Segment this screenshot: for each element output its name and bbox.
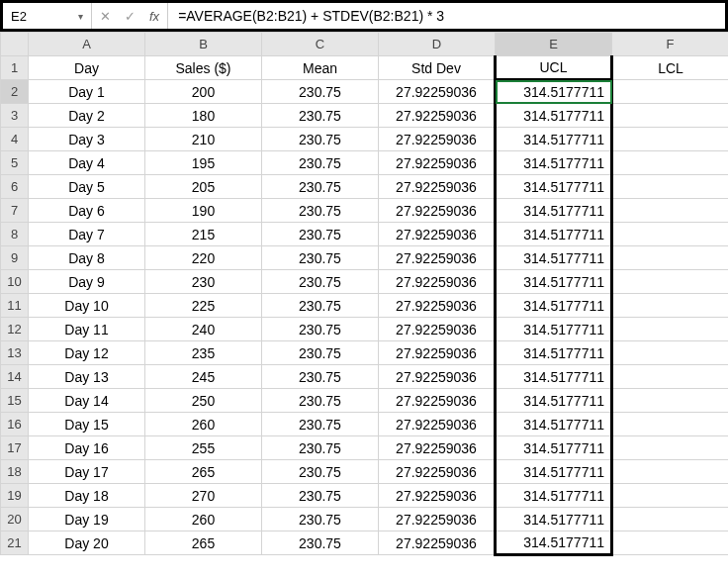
cell[interactable]: 245	[145, 365, 262, 389]
row-header[interactable]: 1	[1, 56, 29, 80]
cell[interactable]	[612, 80, 729, 104]
spreadsheet-grid[interactable]: A B C D E F 1DaySales ($)MeanStd DevUCLL…	[0, 32, 728, 556]
cell[interactable]: 314.5177711	[496, 389, 612, 413]
cell[interactable]	[612, 531, 729, 555]
cell[interactable]: Day 4	[29, 151, 145, 175]
cell[interactable]: UCL	[496, 56, 612, 80]
row-header[interactable]: 4	[1, 128, 29, 151]
cell[interactable]: 230.75	[262, 318, 379, 341]
cell[interactable]: Std Dev	[379, 56, 496, 80]
cell[interactable]: 230.75	[262, 128, 379, 151]
cell[interactable]	[612, 199, 729, 223]
cell[interactable]: 314.5177711	[496, 531, 612, 555]
cell[interactable]	[612, 270, 729, 294]
cell[interactable]: 240	[145, 318, 262, 341]
cancel-icon[interactable]: ✕	[100, 9, 111, 24]
row-header[interactable]: 6	[1, 175, 29, 199]
cell[interactable]: 314.5177711	[496, 484, 612, 508]
cell[interactable]: Day 3	[29, 128, 145, 151]
cell[interactable]: 27.92259036	[379, 413, 496, 436]
cell[interactable]: Day 15	[29, 413, 145, 436]
cell[interactable]: 27.92259036	[379, 151, 496, 175]
cell[interactable]: Day 17	[29, 460, 145, 484]
cell[interactable]: 314.5177711	[496, 365, 612, 389]
col-header-B[interactable]: B	[145, 33, 262, 56]
row-header[interactable]: 8	[1, 223, 29, 246]
cell[interactable]: 27.92259036	[379, 484, 496, 508]
cell[interactable]: 27.92259036	[379, 436, 496, 460]
cell[interactable]: 314.5177711	[496, 460, 612, 484]
cell[interactable]: Day	[29, 56, 145, 80]
cell[interactable]: 314.5177711	[496, 436, 612, 460]
cell[interactable]	[612, 104, 729, 128]
cell[interactable]: Day 16	[29, 436, 145, 460]
cell[interactable]: 180	[145, 104, 262, 128]
confirm-icon[interactable]: ✓	[125, 9, 136, 24]
cell[interactable]: 230.75	[262, 436, 379, 460]
row-header[interactable]: 13	[1, 341, 29, 365]
cell[interactable]: Day 2	[29, 104, 145, 128]
col-header-A[interactable]: A	[29, 33, 145, 56]
cell[interactable]: 230.75	[262, 460, 379, 484]
cell[interactable]: LCL	[612, 56, 729, 80]
cell[interactable]: 260	[145, 508, 262, 531]
cell[interactable]: 314.5177711	[496, 80, 612, 104]
cell[interactable]: 27.92259036	[379, 294, 496, 318]
cell[interactable]: 230.75	[262, 294, 379, 318]
cell[interactable]: 230.75	[262, 223, 379, 246]
row-header[interactable]: 17	[1, 436, 29, 460]
cell[interactable]: 314.5177711	[496, 341, 612, 365]
row-header[interactable]: 7	[1, 199, 29, 223]
cell[interactable]: 260	[145, 413, 262, 436]
row-header[interactable]: 12	[1, 318, 29, 341]
cell[interactable]: 230.75	[262, 246, 379, 270]
cell[interactable]: 27.92259036	[379, 199, 496, 223]
cell[interactable]: 230.75	[262, 151, 379, 175]
cell[interactable]: 270	[145, 484, 262, 508]
formula-input[interactable]: =AVERAGE(B2:B21) + STDEV(B2:B21) * 3	[168, 3, 725, 29]
cell[interactable]: 27.92259036	[379, 223, 496, 246]
cell[interactable]: 230.75	[262, 175, 379, 199]
cell[interactable]: 230	[145, 270, 262, 294]
row-header[interactable]: 18	[1, 460, 29, 484]
cell[interactable]: Day 10	[29, 294, 145, 318]
cell[interactable]	[612, 436, 729, 460]
cell[interactable]	[612, 413, 729, 436]
cell[interactable]: 27.92259036	[379, 270, 496, 294]
cell[interactable]: 27.92259036	[379, 508, 496, 531]
cell[interactable]: 230.75	[262, 199, 379, 223]
row-header[interactable]: 16	[1, 413, 29, 436]
cell[interactable]: 27.92259036	[379, 80, 496, 104]
cell[interactable]: 235	[145, 341, 262, 365]
cell[interactable]	[612, 318, 729, 341]
row-header[interactable]: 5	[1, 151, 29, 175]
row-header[interactable]: 10	[1, 270, 29, 294]
cell[interactable]: Day 8	[29, 246, 145, 270]
cell[interactable]: 265	[145, 460, 262, 484]
cell[interactable]: 314.5177711	[496, 413, 612, 436]
name-box[interactable]: E2 ▾	[3, 3, 92, 29]
cell[interactable]	[612, 151, 729, 175]
cell[interactable]: 230.75	[262, 80, 379, 104]
row-header[interactable]: 9	[1, 246, 29, 270]
cell[interactable]: Day 9	[29, 270, 145, 294]
col-header-D[interactable]: D	[379, 33, 496, 56]
cell[interactable]: 27.92259036	[379, 460, 496, 484]
row-header[interactable]: 20	[1, 508, 29, 531]
cell[interactable]: Day 11	[29, 318, 145, 341]
cell[interactable]: 230.75	[262, 484, 379, 508]
cell[interactable]	[612, 389, 729, 413]
cell[interactable]	[612, 223, 729, 246]
cell[interactable]: 314.5177711	[496, 246, 612, 270]
cell[interactable]	[612, 294, 729, 318]
cell[interactable]: 27.92259036	[379, 341, 496, 365]
cell[interactable]: 250	[145, 389, 262, 413]
cell[interactable]: 314.5177711	[496, 151, 612, 175]
select-all-corner[interactable]	[1, 33, 29, 56]
fx-icon[interactable]: fx	[149, 9, 159, 24]
cell[interactable]: 314.5177711	[496, 294, 612, 318]
cell[interactable]: Day 7	[29, 223, 145, 246]
cell[interactable]: 205	[145, 175, 262, 199]
cell[interactable]: Day 1	[29, 80, 145, 104]
cell[interactable]: Day 6	[29, 199, 145, 223]
